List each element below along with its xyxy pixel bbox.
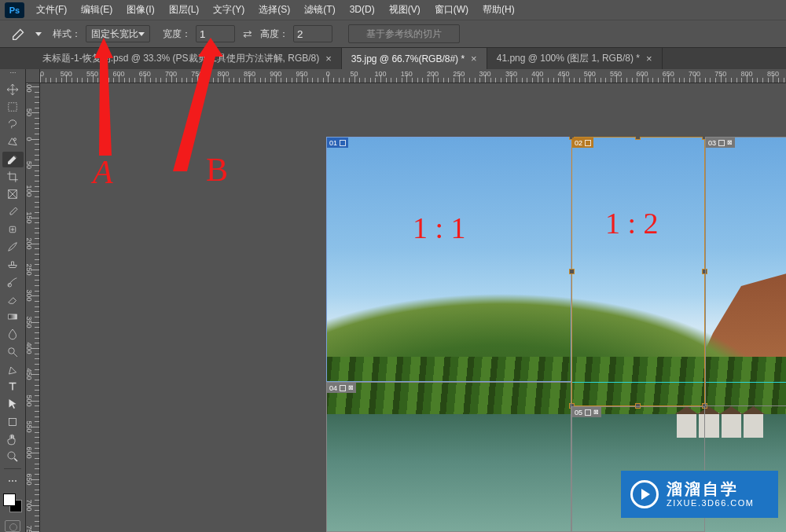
menu-image[interactable]: 图像(I): [119, 0, 161, 20]
annotation-ratio-2: 1 : 2: [605, 206, 659, 240]
svg-point-8: [9, 347, 15, 354]
edit-toolbar-icon[interactable]: ⋯: [2, 473, 24, 489]
panel-grip-icon[interactable]: [2, 72, 24, 79]
zoom-tool[interactable]: [2, 449, 24, 464]
close-icon[interactable]: ×: [646, 53, 652, 64]
watermark: 溜溜自学 ZIXUE.3D66.COM: [621, 471, 778, 518]
menu-select[interactable]: 选择(S): [252, 0, 297, 20]
blur-tool[interactable]: [2, 326, 24, 342]
style-label: 样式：: [53, 28, 81, 41]
svg-point-1: [14, 138, 17, 140]
type-tool[interactable]: [2, 379, 24, 394]
tool-preset-icon[interactable]: [10, 25, 28, 42]
hand-tool[interactable]: [2, 431, 24, 447]
ruler-vertical[interactable]: 1005005010015020025030035040045050055060…: [26, 83, 40, 532]
annotation-label-b: B: [206, 151, 228, 189]
svg-line-12: [14, 458, 17, 461]
tab-label: 35.jpg @ 66.7%(RGB/8#) *: [351, 53, 465, 64]
ruler-origin[interactable]: [26, 69, 40, 83]
slice-tool[interactable]: [2, 152, 24, 167]
slice-badge: 05⊠: [572, 407, 601, 417]
marquee-tool[interactable]: [2, 99, 24, 115]
svg-rect-0: [9, 103, 17, 112]
brush-tool[interactable]: [2, 239, 24, 255]
svg-point-11: [8, 452, 15, 459]
svg-line-9: [14, 353, 18, 357]
color-swatches[interactable]: [3, 493, 22, 512]
app-logo-icon: Ps: [5, 2, 24, 18]
menu-3d[interactable]: 3D(D): [343, 0, 382, 20]
annotation-label-a: A: [93, 153, 113, 191]
eraser-tool[interactable]: [2, 292, 24, 307]
path-select-tool[interactable]: [2, 396, 24, 412]
swap-wh-button[interactable]: ⇄: [240, 28, 255, 40]
tab-doc-3[interactable]: 41.png @ 100% (图层 1, RGB/8) * ×: [487, 48, 663, 69]
resize-handle[interactable]: [569, 269, 575, 274]
svg-rect-7: [9, 314, 17, 319]
watermark-title: 溜溜自学: [667, 479, 754, 498]
slice-04[interactable]: 04⊠: [326, 382, 571, 532]
lasso-tool[interactable]: [2, 116, 24, 132]
foreground-swatch[interactable]: [3, 493, 16, 506]
menu-window[interactable]: 窗口(W): [428, 0, 476, 20]
close-icon[interactable]: ×: [471, 53, 477, 64]
menu-layer[interactable]: 图层(L): [162, 0, 207, 20]
annotation-ratio-1: 1 : 1: [413, 211, 466, 245]
tool-preset-dropdown-icon[interactable]: [35, 32, 42, 36]
spot-heal-tool[interactable]: [2, 222, 24, 237]
watermark-url: ZIXUE.3D66.COM: [667, 498, 754, 508]
menu-type[interactable]: 文字(Y): [206, 0, 252, 20]
tab-doc-2[interactable]: 35.jpg @ 66.7%(RGB/8#) * ×: [342, 48, 487, 69]
svg-rect-10: [9, 418, 17, 425]
gradient-tool[interactable]: [2, 309, 24, 325]
slice-badge: 02: [572, 138, 593, 148]
menu-view[interactable]: 视图(V): [382, 0, 428, 20]
tab-label: 41.png @ 100% (图层 1, RGB/8) *: [497, 52, 640, 65]
menu-file[interactable]: 文件(F): [29, 0, 74, 20]
height-input[interactable]: [293, 25, 332, 42]
crop-tool[interactable]: [2, 169, 24, 185]
chevron-down-icon: [138, 32, 145, 36]
clone-stamp-tool[interactable]: [2, 256, 24, 272]
slice-from-guides-button[interactable]: 基于参考线的切片: [348, 24, 460, 43]
slice-03[interactable]: 03⊠: [705, 137, 786, 406]
play-icon: [630, 480, 659, 508]
eyedropper-tool[interactable]: [2, 204, 24, 219]
slice-badge: 03⊠: [706, 138, 735, 148]
slice-02[interactable]: 02: [571, 137, 705, 406]
canvas-area[interactable]: 01 02 03⊠ 04⊠ 05⊠: [40, 83, 786, 532]
slice-badge: 01: [327, 138, 348, 148]
menu-bar: Ps 文件(F) 编辑(E) 图像(I) 图层(L) 文字(Y) 选择(S) 滤…: [0, 0, 786, 20]
slice-badge: 04⊠: [327, 383, 356, 393]
move-tool[interactable]: [2, 82, 24, 97]
ruler-horizontal[interactable]: 5050055060065070075080085090095005010015…: [26, 69, 786, 83]
pen-tool[interactable]: [2, 361, 24, 377]
slice-01[interactable]: 01: [326, 137, 571, 382]
dodge-tool[interactable]: [2, 343, 24, 359]
menu-filter[interactable]: 滤镜(T): [297, 0, 342, 20]
frame-tool[interactable]: [2, 186, 24, 202]
svg-marker-13: [94, 38, 113, 156]
menu-help[interactable]: 帮助(H): [476, 0, 522, 20]
menu-edit[interactable]: 编辑(E): [74, 0, 119, 20]
shape-tool[interactable]: [2, 413, 24, 429]
annotation-arrow-a: [94, 38, 126, 158]
history-brush-tool[interactable]: [2, 273, 24, 289]
quick-mask-icon[interactable]: [5, 520, 20, 532]
toolbar-separator: [4, 468, 21, 469]
resize-handle[interactable]: [635, 137, 641, 140]
close-icon[interactable]: ×: [325, 53, 332, 64]
tools-panel: ⋯: [0, 69, 26, 532]
height-label: 高度：: [260, 28, 288, 41]
quick-select-tool[interactable]: [2, 134, 24, 149]
